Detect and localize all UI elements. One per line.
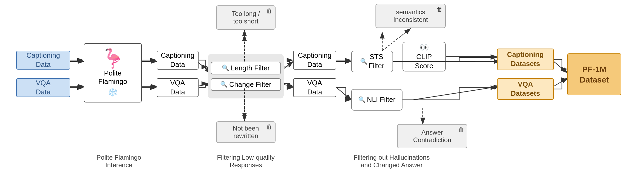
filter-group: 🔍 Length Filter 🔍 Change Filter [208,54,284,98]
answer-contradiction-box: AnswerContradiction 🗑 [397,124,467,148]
too-long-too-short-box: Too long /too short 🗑 [216,5,276,30]
clip-score: 👀 CLIPScore [403,42,446,71]
snowflake-icon: ❄️ [108,87,118,97]
diagram-container: CaptioningData VQAData 🦩 PoliteFlamingo … [0,0,644,178]
svg-line-12 [413,86,500,100]
filtering-low-quality-label: Filtering Low-qualityResponses [200,154,292,169]
sts-filter: 🔍 STSFilter [351,51,393,72]
trash-icon-2: 🗑 [266,124,272,131]
vqa-data-input: VQAData [16,78,70,97]
svg-line-14 [554,78,567,86]
svg-line-9 [335,86,351,100]
trash-icon-4: 🗑 [458,126,464,133]
semantics-inconsistent-box: semanticsInconsistent 🗑 [375,4,446,28]
flamingo-inference-label: Polite FlamingoInference [84,154,154,169]
section-divider [11,150,632,150]
captioning-data-2: CaptioningData [157,51,199,70]
filtering-hallucinations-label: Filtering out Hallucinationsand Changed … [324,154,459,169]
trash-icon-3: 🗑 [437,6,442,13]
polite-flamingo-box: 🦩 PoliteFlamingo ❄️ [84,43,142,102]
not-rewritten-box: Not beenrewritten 🗑 [216,121,276,143]
pf1m-dataset: PF-1MDataset [567,53,621,95]
nli-filter: 🔍 NLI Filter [351,89,403,111]
vqa-datasets: VQADatasets [497,78,554,100]
captioning-data-3: CaptioningData [293,51,336,70]
captioning-datasets: CaptioningDatasets [497,49,554,70]
length-filter: 🔍 Length Filter [211,62,281,74]
captioning-data-input: CaptioningData [16,51,70,70]
vqa-data-2: VQAData [157,78,199,97]
trash-icon-1: 🗑 [266,8,272,15]
vqa-data-3: VQAData [293,78,336,97]
flamingo-emoji: 🦩 [101,49,125,68]
svg-line-13 [554,61,567,73]
eyes-icon: 👀 [420,43,429,52]
polite-flamingo-label: PoliteFlamingo [98,69,127,86]
change-filter: 🔍 Change Filter [211,78,281,91]
